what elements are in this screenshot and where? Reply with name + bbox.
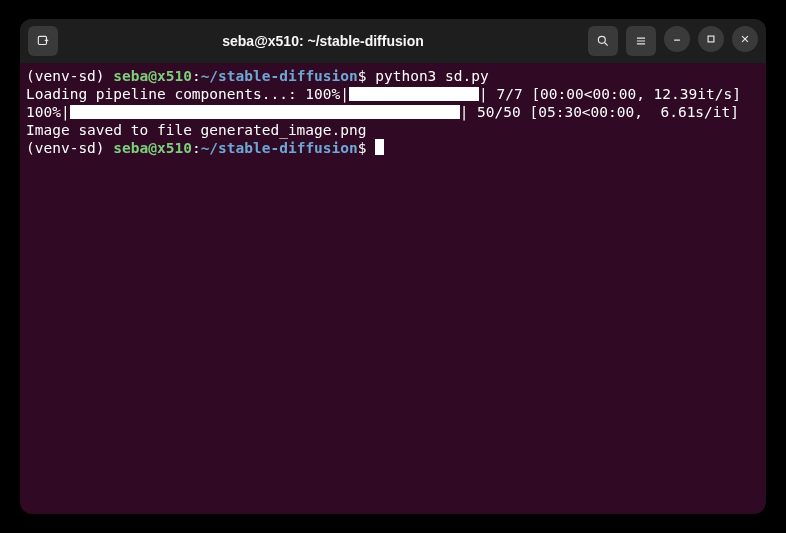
maximize-button[interactable] bbox=[698, 26, 724, 52]
prompt-path: ~/stable-diffusion bbox=[201, 68, 358, 84]
close-button[interactable] bbox=[732, 26, 758, 52]
command-text: python3 sd.py bbox=[375, 68, 489, 84]
venv-label: (venv-sd) bbox=[26, 140, 113, 156]
prompt-colon: : bbox=[192, 140, 201, 156]
svg-rect-9 bbox=[708, 36, 714, 42]
progress-bar-icon bbox=[349, 87, 479, 101]
new-tab-button[interactable] bbox=[28, 26, 58, 56]
prompt-symbol: $ bbox=[358, 68, 375, 84]
saved-message: Image saved to file generated_image.png bbox=[26, 122, 366, 138]
prompt-path: ~/stable-diffusion bbox=[201, 140, 358, 156]
prompt-user: seba@x510 bbox=[113, 68, 192, 84]
titlebar: seba@x510: ~/stable-diffusion bbox=[20, 19, 766, 63]
menu-button[interactable] bbox=[626, 26, 656, 56]
loading-suffix: | 7/7 [00:00<00:00, 12.39it/s] bbox=[479, 86, 741, 102]
gen-suffix: | 50/50 [05:30<00:00, 6.61s/it] bbox=[460, 104, 739, 120]
prompt-user: seba@x510 bbox=[113, 140, 192, 156]
svg-point-3 bbox=[598, 36, 605, 43]
loading-prefix: Loading pipeline components...: 100%| bbox=[26, 86, 349, 102]
prompt-colon: : bbox=[192, 68, 201, 84]
window-title: seba@x510: ~/stable-diffusion bbox=[66, 33, 580, 49]
venv-label: (venv-sd) bbox=[26, 68, 113, 84]
terminal-body[interactable]: (venv-sd) seba@x510:~/stable-diffusion$ … bbox=[20, 63, 766, 514]
minimize-button[interactable] bbox=[664, 26, 690, 52]
prompt-symbol: $ bbox=[358, 140, 375, 156]
search-button[interactable] bbox=[588, 26, 618, 56]
svg-line-4 bbox=[605, 43, 608, 46]
cursor-icon bbox=[375, 139, 384, 155]
progress-bar-icon bbox=[70, 105, 460, 119]
terminal-window: seba@x510: ~/stable-diffusion (venv-sd) … bbox=[20, 19, 766, 514]
gen-prefix: 100%| bbox=[26, 104, 70, 120]
